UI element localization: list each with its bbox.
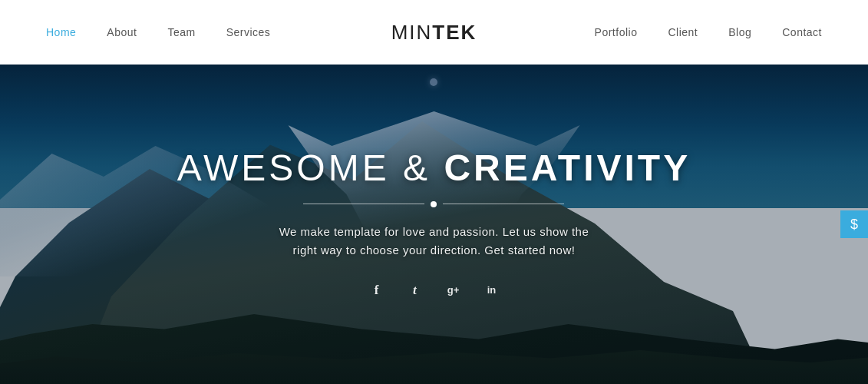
hero-title: AWESOME & CREATIVITY [177,147,691,189]
logo-thin: MIN [391,21,433,44]
nav-item-team[interactable]: Team [167,26,195,38]
logo-bold: TEK [432,21,477,44]
twitter-icon[interactable]: t [402,278,427,303]
google-plus-icon[interactable]: g+ [441,278,465,303]
hero-title-bold: CREATIVITY [444,147,691,188]
hero-divider [303,201,564,207]
linkedin-icon[interactable]: in [479,278,503,303]
nav-left: Home About Team Services [46,26,270,38]
hero-subtitle: We make template for love and passion. L… [272,223,595,260]
facebook-icon[interactable]: f [364,278,388,303]
divider-dot [431,201,437,207]
site-logo[interactable]: MINTEK [391,21,477,45]
side-button[interactable]: $ [840,210,868,238]
nav-item-contact[interactable]: Contact [782,26,822,38]
nav-item-about[interactable]: About [107,26,137,38]
nav-item-portfolio[interactable]: Portfolio [595,26,638,38]
nav-item-blog[interactable]: Blog [728,26,751,38]
social-links: f t g+ in [177,278,691,303]
hero-title-thin: AWESOME & [177,147,444,188]
nav-item-client[interactable]: Client [668,26,698,38]
divider-line-left [303,204,424,204]
hero-section: $ AWESOME & CREATIVITY We make template … [0,65,868,384]
nav-right: Portfolio Client Blog Contact [595,26,822,38]
side-button-icon: $ [850,217,858,233]
navbar: Home About Team Services MINTEK Portfoli… [0,0,868,65]
nav-item-home[interactable]: Home [46,26,76,38]
nav-item-services[interactable]: Services [226,26,271,38]
hero-content: AWESOME & CREATIVITY We make template fo… [177,147,691,303]
divider-line-right [443,204,564,204]
